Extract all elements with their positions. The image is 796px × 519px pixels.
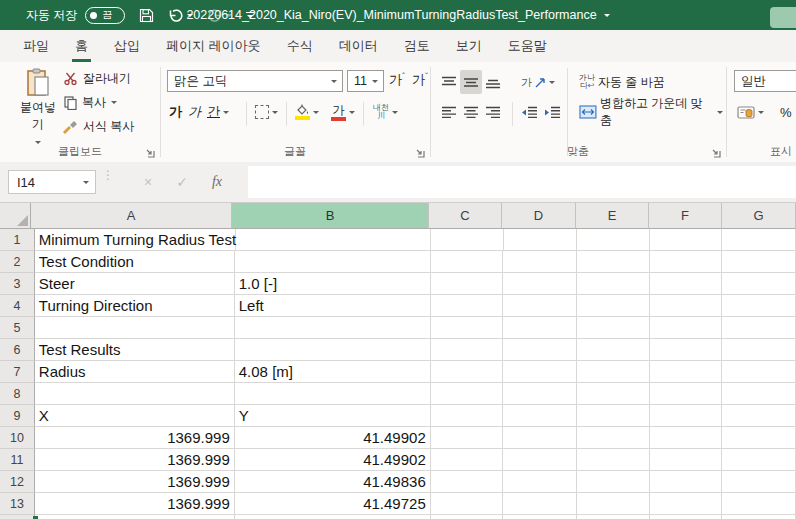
cell-G12[interactable] [722,471,796,493]
column-header-A[interactable]: A [31,203,232,229]
cell-E13[interactable] [577,493,650,515]
formula-bar-resize-handle[interactable]: ⋮ [102,172,114,178]
borders-dropdown-icon[interactable] [272,111,278,114]
formula-input[interactable] [248,166,796,198]
merge-center-dropdown-icon[interactable] [717,111,723,114]
column-header-E[interactable]: E [576,203,649,229]
cell-C3[interactable] [431,273,504,295]
column-header-G[interactable]: G [722,203,796,229]
cell-E2[interactable] [577,251,650,273]
row-header-12[interactable]: 12 [0,471,35,493]
cell-D6[interactable] [503,339,577,361]
cell-G10[interactable] [722,427,796,449]
cell-D3[interactable] [503,273,577,295]
cell-C2[interactable] [431,251,504,273]
cell-E11[interactable] [577,449,650,471]
cell-C6[interactable] [431,339,504,361]
row-header-8[interactable]: 8 [0,383,35,405]
cell-A4[interactable]: Turning Direction [35,295,235,317]
font-name-combo[interactable]: 맑은 고딕 [167,70,343,92]
cell-E1[interactable] [577,229,650,251]
alignment-dialog-launcher[interactable] [711,148,721,158]
row-header-3[interactable]: 3 [0,273,35,295]
fill-color-dropdown-icon[interactable] [313,111,319,114]
tab-formulas[interactable]: 수식 [274,30,326,62]
italic-button[interactable]: 가 [185,100,204,124]
underline-button[interactable]: 간 [204,100,232,124]
top-align-button[interactable] [438,70,460,94]
cell-D13[interactable] [503,493,577,515]
cell-F14[interactable] [650,515,723,519]
cell-A2[interactable]: Test Condition [35,251,235,273]
cell-G13[interactable] [722,493,796,515]
cell-D2[interactable] [503,251,577,273]
row-header-14-partial[interactable] [0,515,35,519]
cell-E4[interactable] [577,295,650,317]
format-painter-button[interactable]: 서식 복사 [62,118,134,135]
cell-C14[interactable] [431,515,504,519]
cell-G11[interactable] [722,449,796,471]
cell-E6[interactable] [577,339,650,361]
cell-G3[interactable] [722,273,796,295]
cell-G8[interactable] [722,383,796,405]
cell-G5[interactable] [722,317,796,339]
cell-D9[interactable] [503,405,577,427]
cell-F6[interactable] [650,339,723,361]
cell-G4[interactable] [722,295,796,317]
select-all-button[interactable] [0,203,31,229]
column-header-F[interactable]: F [649,203,722,229]
cell-A1[interactable]: Minimum Turning Radius Test [35,229,236,251]
cell-F4[interactable] [650,295,723,317]
cell-F9[interactable] [650,405,723,427]
cell-A7[interactable]: Radius [35,361,235,383]
tab-data[interactable]: 데이터 [326,30,391,62]
column-header-C[interactable]: C [429,203,502,229]
tab-home[interactable]: 홈 [62,30,101,62]
name-box-dropdown-icon[interactable] [83,181,89,184]
wrap-text-button[interactable]: 가나 다↩ 자동 줄 바꿈 [576,70,668,94]
cell-G6[interactable] [722,339,796,361]
cut-button[interactable]: 잘라내기 [64,70,131,87]
cell-B7[interactable]: 4.08 [m] [235,361,431,383]
row-header-1[interactable]: 1 [0,229,35,251]
cell-B8[interactable] [235,383,431,405]
insert-function-button[interactable]: fx [202,170,232,194]
tab-help[interactable]: 도움말 [495,30,560,62]
cell-F13[interactable] [650,493,723,515]
copy-button[interactable]: 복사 [64,94,117,111]
cell-G2[interactable] [722,251,796,273]
cell-B9[interactable]: Y [235,405,431,427]
increase-indent-button[interactable] [541,100,564,124]
cell-E9[interactable] [577,405,650,427]
tab-page-layout[interactable]: 페이지 레이아웃 [153,30,274,62]
phonetic-guide-button[interactable]: 내천 川 [370,100,401,124]
cell-D10[interactable] [503,427,577,449]
row-header-6[interactable]: 6 [0,339,35,361]
cell-C12[interactable] [431,471,504,493]
cell-B13[interactable]: 41.49725 [235,493,431,515]
cell-F1[interactable] [650,229,723,251]
cell-A9[interactable]: X [35,405,235,427]
phonetic-dropdown-icon[interactable] [392,111,398,114]
cell-C11[interactable] [431,449,504,471]
row-header-9[interactable]: 9 [0,405,35,427]
cell-G1[interactable] [722,229,796,251]
undo-dropdown-icon[interactable] [187,14,193,17]
row-header-5[interactable]: 5 [0,317,35,339]
cell-D5[interactable] [503,317,577,339]
fill-color-button[interactable] [291,100,322,124]
cell-A11[interactable]: 1369.999 [35,449,235,471]
copy-dropdown-icon[interactable] [111,101,117,104]
cell-F12[interactable] [650,471,723,493]
font-color-dropdown-icon[interactable] [349,111,355,114]
row-header-2[interactable]: 2 [0,251,35,273]
grow-font-button[interactable]: 가ˆ [389,71,405,89]
borders-button[interactable] [252,100,281,124]
tab-view[interactable]: 보기 [443,30,495,62]
cell-B1[interactable] [236,229,432,251]
name-box[interactable]: I14 [8,170,96,194]
tab-review[interactable]: 검토 [391,30,443,62]
align-right-button[interactable] [482,100,504,124]
tab-insert[interactable]: 삽입 [101,30,153,62]
column-header-B[interactable]: B [232,203,429,229]
